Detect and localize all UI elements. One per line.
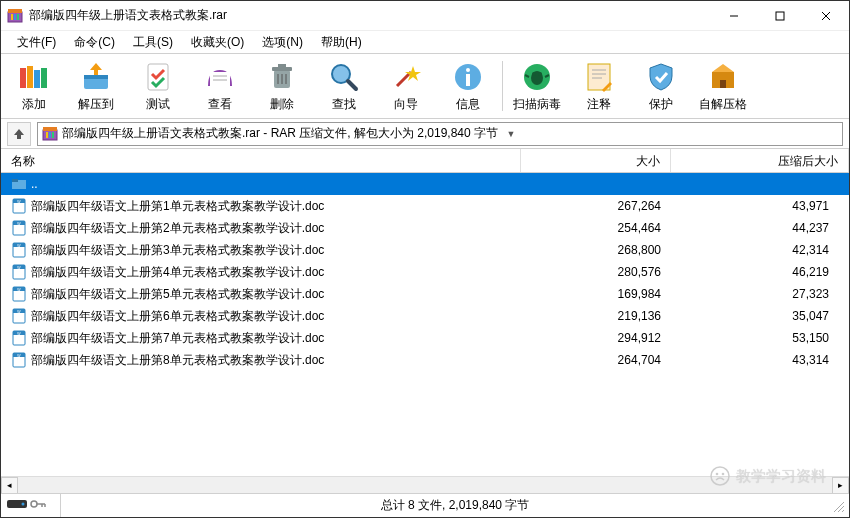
path-field[interactable]: 部编版四年级上册语文表格式教案.rar - RAR 压缩文件, 解包大小为 2,… bbox=[37, 122, 843, 146]
folder-up-icon bbox=[11, 176, 27, 192]
delete-button[interactable]: 删除 bbox=[251, 55, 313, 117]
doc-icon: W bbox=[11, 220, 27, 236]
file-compressed-size: 42,314 bbox=[671, 241, 849, 259]
svg-rect-10 bbox=[27, 66, 33, 88]
info-button[interactable]: 信息 bbox=[437, 55, 499, 117]
file-row[interactable]: W部编版四年级语文上册第6单元表格式教案教学设计.doc219,13635,04… bbox=[1, 305, 849, 327]
drive-icon bbox=[7, 498, 27, 513]
doc-icon: W bbox=[11, 352, 27, 368]
file-row[interactable]: W部编版四年级语文上册第7单元表格式教案教学设计.doc294,91253,15… bbox=[1, 327, 849, 349]
test-button[interactable]: 测试 bbox=[127, 55, 189, 117]
svg-rect-44 bbox=[720, 80, 726, 88]
svg-rect-14 bbox=[84, 75, 108, 79]
doc-icon: W bbox=[11, 198, 27, 214]
menu-bar: 文件(F) 命令(C) 工具(S) 收藏夹(O) 选项(N) 帮助(H) bbox=[1, 31, 849, 53]
file-size: 294,912 bbox=[521, 329, 671, 347]
protect-icon bbox=[644, 60, 678, 94]
up-button[interactable] bbox=[7, 122, 31, 146]
column-headers: 名称 大小 压缩后大小 bbox=[1, 149, 849, 173]
file-row[interactable]: W部编版四年级语文上册第5单元表格式教案教学设计.doc169,98427,32… bbox=[1, 283, 849, 305]
maximize-button[interactable] bbox=[757, 1, 803, 30]
comment-button[interactable]: 注释 bbox=[568, 55, 630, 117]
find-icon bbox=[327, 60, 361, 94]
sfx-button[interactable]: 自解压格 bbox=[692, 55, 754, 117]
info-icon bbox=[451, 60, 485, 94]
file-name: 部编版四年级语文上册第2单元表格式教案教学设计.doc bbox=[31, 220, 324, 237]
file-row[interactable]: W部编版四年级语文上册第4单元表格式教案教学设计.doc280,57646,21… bbox=[1, 261, 849, 283]
svg-rect-16 bbox=[210, 72, 230, 86]
file-size: 264,704 bbox=[521, 351, 671, 369]
protect-button[interactable]: 保护 bbox=[630, 55, 692, 117]
menu-commands[interactable]: 命令(C) bbox=[66, 32, 123, 53]
archive-icon bbox=[42, 126, 58, 142]
scroll-track[interactable] bbox=[18, 477, 832, 493]
svg-line-26 bbox=[348, 81, 356, 89]
find-button[interactable]: 查找 bbox=[313, 55, 375, 117]
svg-rect-48 bbox=[49, 132, 51, 138]
file-compressed-size: 27,323 bbox=[671, 285, 849, 303]
svg-rect-11 bbox=[34, 70, 40, 88]
books-add-icon bbox=[17, 60, 51, 94]
scroll-left-button[interactable]: ◂ bbox=[1, 477, 18, 494]
horizontal-scrollbar[interactable]: ◂ ▸ bbox=[1, 476, 849, 493]
parent-row[interactable]: .. bbox=[1, 173, 849, 195]
close-button[interactable] bbox=[803, 1, 849, 30]
file-compressed-size: 43,314 bbox=[671, 351, 849, 369]
svg-rect-2 bbox=[11, 14, 13, 20]
file-compressed-size: 35,047 bbox=[671, 307, 849, 325]
minimize-button[interactable] bbox=[711, 1, 757, 30]
wizard-button[interactable]: 向导 bbox=[375, 55, 437, 117]
view-button[interactable]: 查看 bbox=[189, 55, 251, 117]
file-row[interactable]: W部编版四年级语文上册第1单元表格式教案教学设计.doc267,26443,97… bbox=[1, 195, 849, 217]
window-controls bbox=[711, 1, 849, 30]
extract-button[interactable]: 解压到 bbox=[65, 55, 127, 117]
file-size: 219,136 bbox=[521, 307, 671, 325]
app-icon bbox=[7, 8, 23, 24]
file-name: 部编版四年级语文上册第6单元表格式教案教学设计.doc bbox=[31, 308, 324, 325]
svg-rect-51 bbox=[12, 179, 18, 182]
svg-point-77 bbox=[22, 503, 25, 506]
file-name: 部编版四年级语文上册第1单元表格式教案教学设计.doc bbox=[31, 198, 324, 215]
scroll-right-button[interactable]: ▸ bbox=[832, 477, 849, 494]
svg-point-78 bbox=[31, 501, 37, 507]
extract-icon bbox=[79, 60, 113, 94]
comment-icon bbox=[582, 60, 616, 94]
file-rows: ..W部编版四年级语文上册第1单元表格式教案教学设计.doc267,26443,… bbox=[1, 173, 849, 476]
add-button[interactable]: 添加 bbox=[3, 55, 65, 117]
svg-rect-31 bbox=[466, 74, 470, 86]
svg-rect-9 bbox=[20, 68, 26, 88]
view-icon bbox=[203, 60, 237, 94]
menu-file[interactable]: 文件(F) bbox=[9, 32, 64, 53]
file-compressed-size: 43,971 bbox=[671, 197, 849, 215]
svg-rect-3 bbox=[14, 14, 16, 20]
doc-icon: W bbox=[11, 330, 27, 346]
column-compressed-size[interactable]: 压缩后大小 bbox=[671, 149, 849, 172]
file-row[interactable]: W部编版四年级语文上册第3单元表格式教案教学设计.doc268,80042,31… bbox=[1, 239, 849, 261]
svg-rect-4 bbox=[17, 14, 19, 20]
menu-favorites[interactable]: 收藏夹(O) bbox=[183, 32, 252, 53]
resize-grip[interactable] bbox=[831, 499, 847, 515]
chevron-down-icon[interactable]: ▼ bbox=[502, 129, 520, 139]
status-bar: 总计 8 文件, 2,019,840 字节 bbox=[1, 493, 849, 517]
toolbar: 添加 解压到 测试 查看 删除 查找 向导 信息 扫描病毒 注释 保护 bbox=[1, 53, 849, 119]
svg-line-84 bbox=[842, 510, 844, 512]
menu-help[interactable]: 帮助(H) bbox=[313, 32, 370, 53]
column-size[interactable]: 大小 bbox=[521, 149, 671, 172]
virus-scan-button[interactable]: 扫描病毒 bbox=[506, 55, 568, 117]
file-compressed-size: 46,219 bbox=[671, 263, 849, 281]
window-title: 部编版四年级上册语文表格式教案.rar bbox=[29, 7, 711, 24]
menu-tools[interactable]: 工具(S) bbox=[125, 32, 181, 53]
column-name[interactable]: 名称 bbox=[1, 149, 521, 172]
file-row[interactable]: W部编版四年级语文上册第2单元表格式教案教学设计.doc254,46444,23… bbox=[1, 217, 849, 239]
toolbar-separator bbox=[502, 61, 503, 111]
doc-icon: W bbox=[11, 264, 27, 280]
path-text: 部编版四年级上册语文表格式教案.rar - RAR 压缩文件, 解包大小为 2,… bbox=[62, 125, 498, 142]
menu-options[interactable]: 选项(N) bbox=[254, 32, 311, 53]
svg-rect-12 bbox=[41, 68, 47, 88]
title-bar: 部编版四年级上册语文表格式教案.rar bbox=[1, 1, 849, 31]
svg-rect-46 bbox=[43, 127, 57, 131]
file-size: 280,576 bbox=[521, 263, 671, 281]
svg-point-34 bbox=[532, 72, 536, 76]
file-row[interactable]: W部编版四年级语文上册第8单元表格式教案教学设计.doc264,70443,31… bbox=[1, 349, 849, 371]
svg-rect-47 bbox=[46, 132, 48, 138]
